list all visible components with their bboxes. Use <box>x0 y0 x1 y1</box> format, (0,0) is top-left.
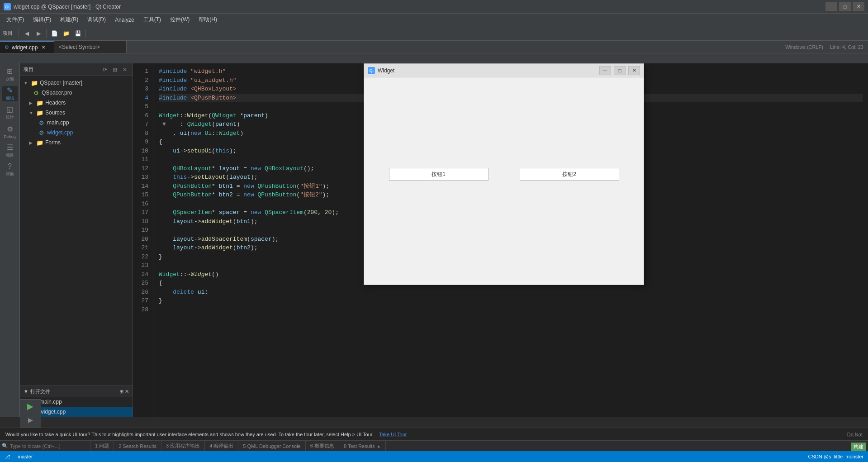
sidebar-icon-welcome[interactable]: ⊞ 欢迎 <box>2 67 18 82</box>
preview-minimize-btn[interactable]: ─ <box>599 66 611 75</box>
qspacer-pro-label: QSpacer.pro <box>42 90 72 96</box>
minimize-button[interactable]: ─ <box>825 2 837 11</box>
open-files-arrow: ▼ <box>24 389 28 394</box>
line-num-22: 22 <box>133 252 148 262</box>
menu-controls[interactable]: 控件(W) <box>166 14 194 25</box>
debug-run-button[interactable]: ▶ <box>23 413 38 427</box>
nav-forward-button[interactable]: ▶ <box>33 28 44 39</box>
code-line-26: delete ui; <box>159 288 863 297</box>
line-num-9: 9 <box>133 138 148 147</box>
root-arrow: ▼ <box>24 81 29 86</box>
bottom-tab-test-results[interactable]: 8 Test Results ▲ <box>339 441 386 451</box>
tree-sources[interactable]: ▼ 📁 Sources <box>20 108 133 118</box>
search-results-label: 2 Search Results <box>119 443 157 449</box>
line-num-23: 23 <box>133 261 148 270</box>
preview-close-btn[interactable]: ✕ <box>628 66 640 75</box>
code-editor[interactable]: 1 2 3 4 5 6 7 8 9 10 11 12 13 14 15 16 1… <box>133 63 868 417</box>
preview-btn2[interactable]: 按钮2 <box>520 168 619 181</box>
menu-file[interactable]: 文件(F) <box>2 14 28 25</box>
run-button[interactable]: ▶ <box>23 400 38 413</box>
menu-analyze[interactable]: Analyze <box>110 15 139 25</box>
line-num-12: 12 <box>133 164 148 173</box>
line-num-10: 10 <box>133 147 148 156</box>
preview-content: 按钮1 按钮2 <box>364 77 644 285</box>
main-cpp-icon: ⚙ <box>38 119 45 126</box>
sidebar-icon-project[interactable]: ☰ 项目 <box>2 143 18 158</box>
preview-btn1[interactable]: 按钮1 <box>389 168 489 181</box>
panel-close-btn[interactable]: ✕ <box>121 66 129 74</box>
bottom-tab-issues[interactable]: 1 问题 <box>90 441 114 451</box>
tree-forms[interactable]: ▶ 📁 Forms <box>20 138 133 148</box>
sidebar-icon-debug[interactable]: ⚙ Debug <box>2 124 18 139</box>
tree-main-cpp[interactable]: ⚙ main.cpp <box>20 118 133 128</box>
file-tab-bar: ⚙ widget.cpp ✕ <Select Symbol> Windows (… <box>0 41 868 53</box>
bottom-tab-app-output[interactable]: 3 应用程序输出 <box>161 441 205 451</box>
tab-select-symbol[interactable]: <Select Symbol> <box>54 41 127 53</box>
construct-button[interactable]: 构建 <box>851 443 866 451</box>
bottom-tab-compile-output[interactable]: 4 编译输出 <box>205 441 238 451</box>
locate-input[interactable] <box>10 443 82 449</box>
open-file-button[interactable]: 📁 <box>61 28 71 39</box>
search-icon: 🔍 <box>2 443 8 449</box>
panel-filter-btn[interactable]: ⊞ <box>111 66 119 74</box>
welcome-icon: ⊞ <box>7 67 13 76</box>
panel-sync-btn[interactable]: ⟳ <box>101 66 109 74</box>
sidebar-icon-design[interactable]: ◱ 设计 <box>2 105 18 120</box>
menu-tools[interactable]: 工具(T) <box>139 14 166 25</box>
bottom-tab-search-results[interactable]: 2 Search Results <box>114 441 161 451</box>
bottom-tab-summary[interactable]: 6 概要信息 <box>306 441 339 451</box>
close-button[interactable]: ✕ <box>853 2 864 11</box>
tab-widget-cpp-close[interactable]: ✕ <box>40 44 47 51</box>
code-line-28 <box>159 305 863 314</box>
line-num-13: 13 <box>133 173 148 182</box>
widget-cpp-label: widget.cpp <box>47 129 73 136</box>
root-label: QSpacer [master] <box>40 80 82 86</box>
editor-area: 1 2 3 4 5 6 7 8 9 10 11 12 13 14 15 16 1… <box>133 63 868 417</box>
menu-help[interactable]: 帮助(H) <box>194 14 222 25</box>
status-bar: ⎇ master ▶ ▶ 🔨 CSDN @s_little_monster <box>0 451 868 462</box>
preview-maximize-btn[interactable]: □ <box>614 66 626 75</box>
preview-buttons-area: 按钮1 按钮2 <box>364 168 644 181</box>
menu-edit[interactable]: 编辑(E) <box>28 14 56 25</box>
tree-qspacer-pro[interactable]: ⚙ QSpacer.pro <box>20 88 133 98</box>
open-main-cpp-label: main.cpp <box>40 399 62 405</box>
line-num-7: 7 <box>133 120 148 129</box>
open-files-title: 打开文件 <box>30 388 50 395</box>
line-num-17: 17 <box>133 208 148 217</box>
csdn-watermark: CSDN @s_little_monster <box>808 454 863 459</box>
test-results-label: 8 Test Results <box>344 443 375 449</box>
tab-widget-cpp-label: widget.cpp <box>12 44 38 51</box>
tab-widget-cpp[interactable]: ⚙ widget.cpp ✕ <box>0 41 54 53</box>
preview-window-icon: Qt <box>368 67 375 74</box>
project-label: 项目 <box>3 30 13 37</box>
line-num-1: 1 <box>133 67 148 76</box>
tree-widget-cpp[interactable]: ⚙ widget.cpp <box>20 128 133 138</box>
menu-debug[interactable]: 调试(D) <box>83 14 110 25</box>
sidebar-icon-edit[interactable]: ✎ 编辑 <box>2 86 18 101</box>
debug-label: Debug <box>4 134 16 139</box>
nav-back-button[interactable]: ◀ <box>21 28 32 39</box>
line-numbers: 1 2 3 4 5 6 7 8 9 10 11 12 13 14 15 16 1… <box>133 63 153 417</box>
line-num-28: 28 <box>133 305 148 314</box>
test-results-arrow: ▲ <box>377 444 381 448</box>
design-icon: ◱ <box>6 105 13 114</box>
line-num-20: 20 <box>133 235 148 244</box>
tree-headers[interactable]: ▶ 📁 Headers <box>20 98 133 108</box>
window-controls: ─ □ ✕ <box>825 2 864 11</box>
maximize-button[interactable]: □ <box>839 2 851 11</box>
issues-label: 1 问题 <box>95 443 109 449</box>
save-button[interactable]: 💾 <box>72 28 83 39</box>
take-tour-link[interactable]: Take UI Tour <box>379 432 407 437</box>
toolbar: 项目 ◀ ▶ 📄 📁 💾 <box>0 26 868 41</box>
menu-build[interactable]: 构建(B) <box>56 14 83 25</box>
line-num-25: 25 <box>133 279 148 288</box>
tree-root[interactable]: ▼ 📁 QSpacer [master] <box>20 78 133 88</box>
headers-label: Headers <box>45 100 66 106</box>
project-icon-label: 项目 <box>6 152 14 158</box>
open-files-header[interactable]: ▼ 打开文件 ⊞ ✕ <box>20 386 133 397</box>
sidebar-icon-help[interactable]: ? 帮助 <box>2 162 18 177</box>
bottom-tab-qml-debugger[interactable]: 5 QML Debugger Console <box>238 441 305 451</box>
code-line-27: } <box>159 296 863 305</box>
new-file-button[interactable]: 📄 <box>49 28 60 39</box>
dismiss-tour-link[interactable]: Do Not <box>847 432 863 437</box>
